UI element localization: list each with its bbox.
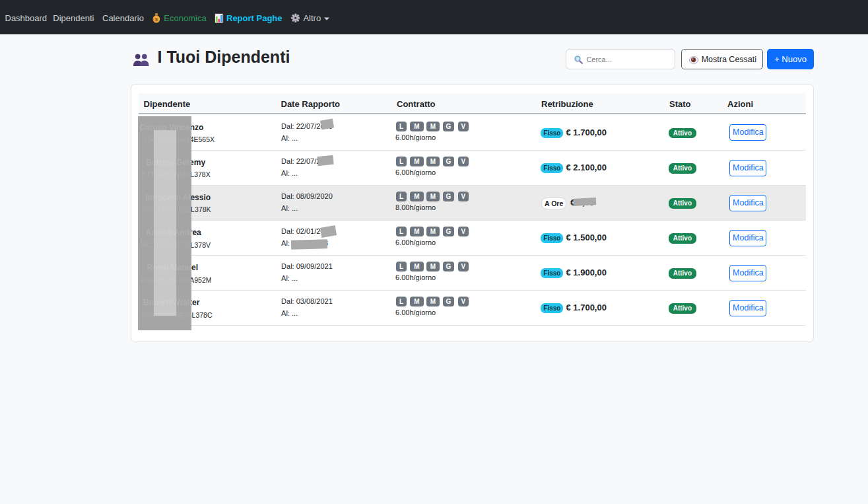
- svg-text:$: $: [154, 17, 158, 22]
